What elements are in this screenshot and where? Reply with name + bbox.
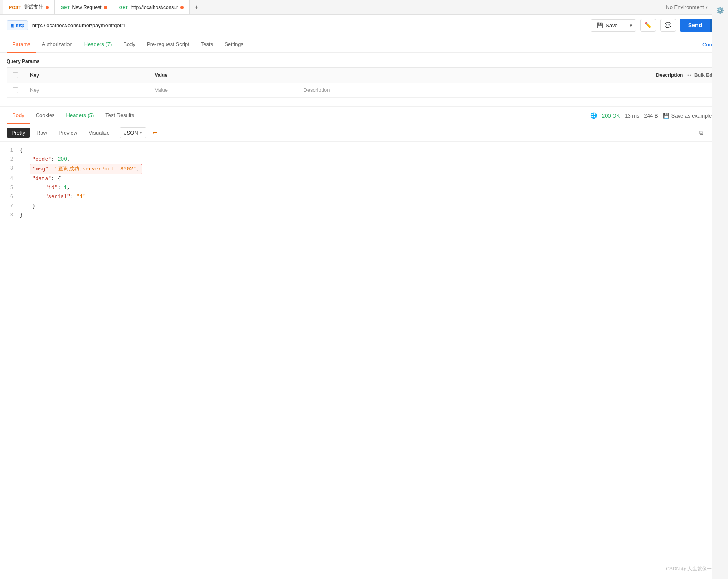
tab-label-consumer: http://localhost/consur	[130, 4, 178, 10]
table-row: Key Value Description	[7, 83, 721, 98]
save-example-icon: 💾	[663, 113, 669, 119]
tab-tests[interactable]: Tests	[195, 36, 219, 53]
response-tab-test-results[interactable]: Test Results	[100, 107, 140, 124]
right-sidebar: ⚙️	[712, 0, 728, 579]
code-line-6: 6 "serial": "1"	[7, 192, 721, 201]
code-content-2: "code": 200,	[20, 155, 70, 164]
tab-post-payment[interactable]: POST 测试支付	[3, 0, 55, 14]
tab-dot-1	[104, 6, 107, 9]
fmt-tab-raw[interactable]: Raw	[32, 128, 52, 138]
code-line-2: 2 "code": 200,	[7, 155, 721, 164]
tab-settings-label: Settings	[224, 41, 243, 47]
fmt-raw-label: Raw	[37, 130, 47, 136]
save-example-button[interactable]: 💾 Save as example	[663, 113, 712, 119]
comment-button[interactable]: 💬	[660, 19, 676, 32]
comment-icon: 💬	[665, 22, 671, 28]
params-table: Key Value Description ··· Bulk Edit Key …	[7, 67, 721, 98]
code-line-5: 5 "id": 1,	[7, 183, 721, 192]
table-header-row: Key Value Description ··· Bulk Edit	[7, 68, 721, 83]
word-wrap-button[interactable]: ⇌	[150, 128, 161, 138]
tab-get-consumer[interactable]: GET http://localhost/consur	[113, 0, 190, 14]
description-placeholder: Description	[304, 87, 330, 93]
tab-dot-2	[180, 6, 184, 9]
line-number-5: 5	[7, 183, 13, 192]
response-tabs-bar: Body Cookies Headers (5) Test Results 🌐 …	[0, 107, 728, 124]
tab-params[interactable]: Params	[7, 36, 36, 53]
code-content-5: "id": 1,	[20, 183, 70, 192]
tab-label-new: New Request	[72, 4, 102, 10]
chevron-down-icon: ▾	[140, 131, 142, 135]
globe-icon: 🌐	[590, 112, 597, 119]
tab-authorization[interactable]: Authorization	[36, 36, 78, 53]
format-bar: Pretty Raw Preview Visualize JSON ▾ ⇌ ⧉ …	[0, 124, 728, 142]
url-bar: ▣ http http://localhost/consumer/payment…	[0, 15, 728, 36]
bulk-edit-ellipsis[interactable]: ···	[686, 72, 691, 78]
headers-count: (7)	[105, 41, 112, 47]
code-line-4: 4 "data": {	[7, 174, 721, 183]
key-cell[interactable]: Key	[24, 83, 149, 98]
code-content-6: "serial": "1"	[20, 192, 86, 201]
url-display: http://localhost/consumer/payment/get/1	[32, 22, 587, 28]
row-checkbox-cell	[7, 83, 24, 98]
save-dropdown-button[interactable]: ▾	[626, 20, 636, 31]
tab-headers-label: Headers	[84, 41, 104, 47]
response-tab-headers-label: Headers	[66, 112, 86, 118]
line-number-2: 2	[7, 155, 13, 163]
code-content-8: }	[20, 211, 23, 220]
line-number-3: 3	[7, 164, 13, 172]
protocol-text: http	[16, 23, 24, 28]
fmt-visualize-label: Visualize	[89, 130, 110, 136]
method-badge-get-2: GET	[119, 5, 128, 10]
response-tab-headers[interactable]: Headers (5)	[61, 107, 100, 124]
protocol-icon: ▣	[10, 23, 14, 28]
fmt-preview-label: Preview	[59, 130, 77, 136]
request-tabs-bar: Params Authorization Headers (7) Body Pr…	[0, 36, 728, 53]
copy-button[interactable]: ⧉	[696, 127, 706, 138]
fmt-tab-preview[interactable]: Preview	[54, 128, 82, 138]
line-number-1: 1	[7, 146, 13, 155]
line-number-6: 6	[7, 192, 13, 201]
value-cell[interactable]: Value	[149, 83, 298, 98]
code-line-1: 1 {	[7, 146, 721, 155]
query-params-title: Query Params	[0, 53, 728, 67]
tab-get-new[interactable]: GET New Request	[55, 0, 113, 14]
description-cell[interactable]: Description	[298, 83, 721, 98]
code-line-3: 3 "msg": "查询成功,serverPort: 8002",	[7, 164, 721, 174]
line-number-7: 7	[7, 202, 13, 210]
tab-body[interactable]: Body	[117, 36, 141, 53]
response-tab-cookies[interactable]: Cookies	[30, 107, 61, 124]
key-placeholder: Key	[30, 87, 39, 93]
fmt-tab-pretty[interactable]: Pretty	[7, 128, 30, 138]
send-button[interactable]: Send	[680, 19, 710, 32]
save-button[interactable]: 💾 Save	[591, 20, 624, 31]
code-content-4: "data": {	[20, 174, 61, 183]
tab-headers[interactable]: Headers (7)	[78, 36, 118, 53]
save-example-label: Save as example	[671, 113, 712, 119]
code-content-1: {	[20, 146, 23, 155]
sidebar-settings-icon[interactable]: ⚙️	[714, 4, 727, 17]
json-type-selector[interactable]: JSON ▾	[120, 127, 146, 138]
edit-button[interactable]: ✏️	[640, 19, 656, 32]
fmt-tab-visualize[interactable]: Visualize	[84, 128, 115, 138]
save-icon: 💾	[597, 22, 603, 28]
tab-label-post: 测试支付	[24, 4, 43, 11]
pencil-icon: ✏️	[645, 22, 652, 28]
protocol-badge: ▣ http	[7, 20, 28, 30]
tab-params-label: Params	[12, 41, 30, 47]
fmt-pretty-label: Pretty	[11, 130, 25, 136]
code-content-7: }	[20, 202, 35, 211]
env-label: No Environment	[666, 4, 704, 10]
response-tab-body[interactable]: Body	[7, 107, 30, 124]
tab-pre-request[interactable]: Pre-request Script	[141, 36, 195, 53]
save-button-group: 💾 Save ▾	[591, 19, 636, 32]
th-key: Key	[24, 68, 149, 83]
header-checkbox[interactable]	[13, 72, 18, 78]
tab-settings[interactable]: Settings	[219, 36, 249, 53]
response-tab-test-label: Test Results	[105, 112, 134, 118]
new-tab-button[interactable]: +	[190, 4, 203, 11]
line-number-8: 8	[7, 211, 13, 219]
row-checkbox[interactable]	[13, 87, 18, 93]
tab-bar: POST 测试支付 GET New Request GET http://loc…	[0, 0, 728, 15]
environment-selector[interactable]: No Environment ▾	[661, 4, 712, 10]
th-description: Description ··· Bulk Edit	[298, 68, 721, 83]
